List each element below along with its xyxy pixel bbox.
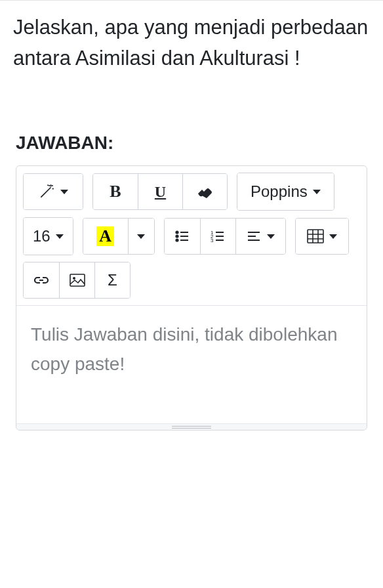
paragraph-align-button[interactable] [235,219,285,254]
underline-button[interactable]: U [138,174,182,209]
svg-line-0 [41,188,50,198]
bold-button[interactable]: B [93,174,138,209]
font-family-value: Poppins [251,182,308,201]
font-size-group: 16 [23,217,73,255]
question-text: Jelaskan, apa yang menjadi perbedaan ant… [13,12,370,74]
question-page: Jelaskan, apa yang menjadi perbedaan ant… [0,0,383,588]
image-button[interactable] [59,262,94,298]
svg-point-9 [176,239,178,241]
svg-rect-20 [308,230,323,243]
bold-icon: B [110,182,121,201]
font-color-button[interactable]: A [83,219,128,254]
rich-text-editor: B U Poppins [16,165,367,430]
list-ol-icon: 1 2 3 [210,228,226,244]
chevron-down-icon [56,234,64,239]
table-icon [307,229,324,243]
chevron-down-icon [60,190,68,194]
math-button[interactable]: Σ [94,262,130,298]
table-button[interactable] [296,219,348,254]
grip-icon [172,426,211,429]
underline-icon: U [155,183,166,201]
chevron-down-icon [137,234,145,239]
editor-placeholder: Tulis Jawaban disini, tidak dibolehkan c… [31,320,352,379]
answer-label: JAWABAN: [16,133,370,154]
insert-group: Σ [23,262,131,299]
editor-toolbar: B U Poppins [16,166,367,305]
svg-point-5 [176,231,178,233]
svg-rect-25 [70,274,85,286]
svg-text:3: 3 [211,238,214,243]
text-format-group: B U [92,173,228,210]
font-size-select[interactable]: 16 [24,218,73,255]
style-group [23,173,83,210]
ordered-list-button[interactable]: 1 2 3 [200,219,235,254]
link-button[interactable] [24,262,59,298]
chevron-down-icon [313,190,321,194]
editor-content-area[interactable]: Tulis Jawaban disini, tidak dibolehkan c… [16,305,367,423]
unordered-list-button[interactable] [165,219,200,254]
font-size-value: 16 [33,227,50,245]
paragraph-group: 1 2 3 [164,218,286,255]
chevron-down-icon [267,234,275,239]
resize-handle[interactable] [16,423,367,430]
image-icon [70,274,85,287]
magic-style-button[interactable] [24,174,83,209]
svg-point-7 [176,235,178,237]
list-ul-icon [174,228,190,244]
eraser-icon [197,185,214,198]
chevron-down-icon [329,234,337,239]
link-icon [33,275,50,285]
font-color-icon: A [96,226,114,246]
font-family-select[interactable]: Poppins [237,173,334,210]
table-group [295,218,349,255]
font-family-group: Poppins [237,173,334,211]
magic-wand-icon [38,183,55,200]
align-left-icon [246,228,262,244]
font-color-more-button[interactable] [128,219,154,254]
clear-format-button[interactable] [182,174,227,209]
font-color-group: A [83,218,155,255]
svg-point-26 [73,277,75,280]
sigma-icon: Σ [108,271,117,289]
